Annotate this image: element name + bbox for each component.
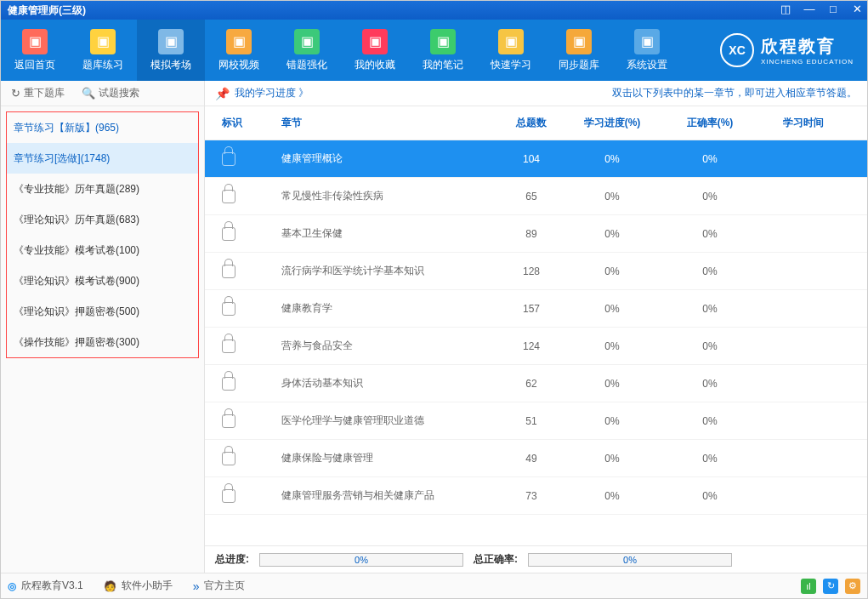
set-icon: ▣ bbox=[634, 29, 660, 54]
nav-label: 我的笔记 bbox=[423, 58, 463, 72]
nav-item-fav[interactable]: ▣我的收藏 bbox=[341, 20, 409, 81]
nav-item-set[interactable]: ▣系统设置 bbox=[613, 20, 681, 81]
nav-label: 返回首页 bbox=[14, 58, 55, 72]
total-count: 51 bbox=[502, 415, 561, 427]
table-row[interactable]: 常见慢性非传染性疾病650%0% bbox=[205, 178, 867, 215]
refresh-icon: ↻ bbox=[11, 87, 20, 100]
progress-value: 0% bbox=[561, 490, 663, 502]
nav-label: 错题强化 bbox=[286, 58, 327, 72]
nav-item-note[interactable]: ▣我的笔记 bbox=[409, 20, 477, 81]
chapter-name: 流行病学和医学统计学基本知识 bbox=[281, 264, 502, 278]
sync-button[interactable]: ↻ bbox=[823, 579, 838, 594]
table-row[interactable]: 医学伦理学与健康管理职业道德510%0% bbox=[205, 402, 867, 440]
sidebar-item[interactable]: 章节练习[选做](1748) bbox=[7, 143, 198, 174]
table-row[interactable]: 流行病学和医学统计学基本知识1280%0% bbox=[205, 253, 867, 290]
col-progress: 学习进度(%) bbox=[561, 116, 663, 130]
stats-button[interactable]: ıl bbox=[801, 579, 816, 594]
pin-button[interactable]: ◫ bbox=[779, 3, 792, 17]
close-button[interactable]: ✕ bbox=[850, 3, 864, 17]
table-row[interactable]: 健康管理服务营销与相关健康产品730%0% bbox=[205, 477, 867, 515]
lock-icon bbox=[222, 414, 235, 428]
app-logo-icon: ◎ bbox=[8, 580, 16, 592]
summary-bar: 总进度: 0% 总正确率: 0% bbox=[205, 545, 867, 573]
accuracy-value: 0% bbox=[663, 153, 757, 165]
table-row[interactable]: 基本卫生保健890%0% bbox=[205, 215, 867, 253]
app-version: ◎ 欣程教育V3.1 bbox=[8, 579, 83, 593]
progress-value: 0% bbox=[561, 265, 663, 277]
total-accuracy-label: 总正确率: bbox=[474, 552, 518, 567]
video-icon: ▣ bbox=[226, 29, 252, 54]
chapter-name: 身体活动基本知识 bbox=[281, 376, 502, 391]
total-count: 65 bbox=[502, 191, 561, 203]
progress-value: 0% bbox=[561, 191, 663, 203]
pin-icon: 📌 bbox=[215, 87, 230, 100]
window-title: 健康管理师(三级) bbox=[8, 3, 779, 18]
lock-icon bbox=[222, 265, 235, 278]
chevron-right-icon: » bbox=[193, 579, 200, 593]
statusbar: ◎ 欣程教育V3.1 🧑 软件小助手 » 官方主页 ıl ↻ ⚙ bbox=[1, 573, 867, 598]
progress-value: 0% bbox=[561, 228, 663, 240]
col-time: 学习时间 bbox=[757, 116, 850, 130]
accuracy-value: 0% bbox=[663, 490, 757, 502]
sidebar-item[interactable]: 《操作技能》押题密卷(300) bbox=[7, 327, 198, 357]
accuracy-value: 0% bbox=[663, 191, 757, 203]
col-chapter: 章节 bbox=[281, 116, 502, 130]
brand: XC 欣程教育 XINCHENG EDUCATION bbox=[720, 33, 854, 67]
table-row[interactable]: 营养与食品安全1240%0% bbox=[205, 328, 867, 365]
search-questions-button[interactable]: 🔍 试题搜索 bbox=[82, 86, 139, 100]
info-bar: 📌 我的学习进度 》 双击以下列表中的某一章节，即可进入相应章节答题。 bbox=[205, 81, 867, 106]
nav-label: 模拟考场 bbox=[150, 58, 191, 72]
lock-icon bbox=[222, 377, 235, 391]
table-header: 标识 章节 总题数 学习进度(%) 正确率(%) 学习时间 bbox=[205, 106, 867, 140]
accuracy-value: 0% bbox=[663, 415, 757, 427]
lock-icon bbox=[222, 302, 235, 316]
sync-icon: ▣ bbox=[566, 29, 592, 54]
table-row[interactable]: 健康保险与健康管理490%0% bbox=[205, 440, 867, 477]
total-accuracy-bar: 0% bbox=[528, 553, 732, 567]
accuracy-value: 0% bbox=[663, 303, 757, 315]
nav-item-sync[interactable]: ▣同步题库 bbox=[545, 20, 613, 81]
chapter-name: 常见慢性非传染性疾病 bbox=[281, 189, 502, 203]
lock-icon bbox=[222, 152, 235, 166]
sidebar-item[interactable]: 《理论知识》模考试卷(900) bbox=[7, 265, 198, 296]
brand-subtitle: XINCHENG EDUCATION bbox=[761, 58, 854, 66]
brand-logo-icon: XC bbox=[720, 33, 754, 67]
table-row[interactable]: 健康管理概论1040%0% bbox=[205, 140, 867, 178]
home-icon: ▣ bbox=[22, 29, 48, 54]
total-count: 104 bbox=[502, 153, 561, 165]
lock-icon bbox=[222, 339, 235, 353]
refresh-questions-button[interactable]: ↻ 重下题库 bbox=[11, 86, 65, 100]
nav-item-fast[interactable]: ▣快速学习 bbox=[477, 20, 545, 81]
sidebar-item[interactable]: 《理论知识》押题密卷(500) bbox=[7, 296, 198, 327]
minimize-button[interactable]: — bbox=[803, 3, 816, 17]
nav-label: 题库练习 bbox=[82, 58, 123, 72]
chapter-name: 健康管理服务营销与相关健康产品 bbox=[281, 488, 502, 503]
lock-icon bbox=[222, 227, 235, 241]
accuracy-value: 0% bbox=[663, 265, 757, 277]
wrong-icon: ▣ bbox=[294, 29, 320, 54]
nav-item-practice[interactable]: ▣题库练习 bbox=[69, 20, 137, 81]
nav-item-home[interactable]: ▣返回首页 bbox=[1, 20, 69, 81]
nav-label: 同步题库 bbox=[559, 58, 599, 72]
nav-item-wrong[interactable]: ▣错题强化 bbox=[273, 20, 341, 81]
settings-button[interactable]: ⚙ bbox=[845, 579, 860, 594]
sidebar-item[interactable]: 《专业技能》历年真题(289) bbox=[7, 174, 198, 204]
sidebar-item[interactable]: 章节练习【新版】(965) bbox=[7, 112, 198, 143]
homepage-link[interactable]: » 官方主页 bbox=[193, 579, 246, 593]
nav-item-video[interactable]: ▣网校视频 bbox=[205, 20, 273, 81]
search-label: 试题搜索 bbox=[99, 86, 139, 100]
sidebar-item[interactable]: 《理论知识》历年真题(683) bbox=[7, 204, 198, 235]
progress-value: 0% bbox=[561, 415, 663, 427]
practice-icon: ▣ bbox=[90, 29, 116, 54]
refresh-label: 重下题库 bbox=[24, 86, 65, 100]
maximize-button[interactable]: □ bbox=[826, 3, 840, 17]
nav-item-sim[interactable]: ▣模拟考场 bbox=[137, 20, 205, 81]
helper-link[interactable]: 🧑 软件小助手 bbox=[104, 579, 173, 593]
progress-value: 0% bbox=[561, 378, 663, 390]
table-row[interactable]: 健康教育学1570%0% bbox=[205, 290, 867, 328]
accuracy-value: 0% bbox=[663, 340, 757, 352]
sidebar-item[interactable]: 《专业技能》模考试卷(100) bbox=[7, 235, 198, 265]
chapter-name: 基本卫生保健 bbox=[281, 226, 502, 241]
my-progress-link[interactable]: 📌 我的学习进度 》 bbox=[215, 86, 309, 100]
table-row[interactable]: 身体活动基本知识620%0% bbox=[205, 365, 867, 402]
